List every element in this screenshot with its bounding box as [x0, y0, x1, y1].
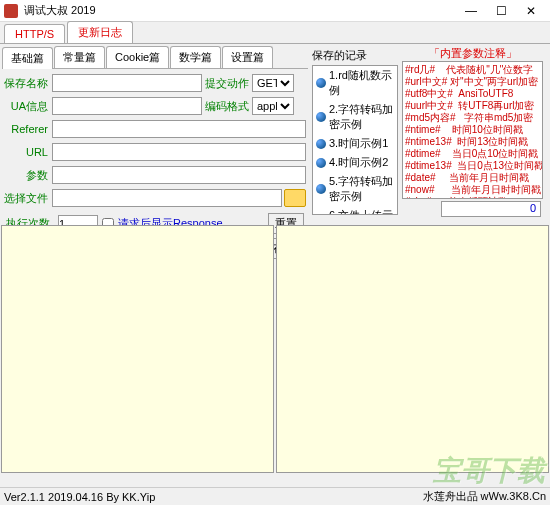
maximize-button[interactable]: ☐ — [486, 0, 516, 22]
submit-action-label: 提交动作 — [202, 76, 252, 91]
close-button[interactable]: ✕ — [516, 0, 546, 22]
referer-label: Referer — [4, 123, 52, 135]
tab-http[interactable]: HTTP/S — [4, 24, 65, 43]
save-name-label: 保存名称 — [4, 76, 52, 91]
select-file-label: 选择文件 — [4, 191, 52, 206]
browse-file-button[interactable] — [284, 189, 306, 207]
bullet-icon — [316, 184, 326, 194]
output-pane-left[interactable] — [1, 225, 274, 473]
bullet-icon — [316, 112, 326, 122]
saved-records-list[interactable]: 1.rd随机数示例 2.字符转码加密示例 3.时间示例1 4.时间示例2 5.字… — [312, 65, 398, 215]
tab-settings[interactable]: 设置篇 — [222, 46, 273, 68]
counter-value: 0 — [441, 201, 541, 217]
tab-const[interactable]: 常量篇 — [54, 46, 105, 68]
ua-input[interactable] — [52, 97, 202, 115]
file-path-input[interactable] — [52, 189, 282, 207]
params-label: 参数 — [4, 168, 52, 183]
bullet-icon — [316, 78, 326, 88]
save-name-input[interactable] — [52, 74, 202, 92]
encoding-label: 编码格式 — [202, 99, 252, 114]
params-panel-title: 「内置参数注释」 — [402, 46, 543, 61]
url-input[interactable] — [52, 143, 306, 161]
list-item[interactable]: 3.时间示例1 — [313, 134, 397, 153]
minimize-button[interactable]: — — [456, 0, 486, 22]
saved-records-title: 保存的记录 — [312, 48, 398, 63]
list-item[interactable]: 1.rd随机数示例 — [313, 66, 397, 100]
version-label: Ver2.1.1 2019.04.16 By KK.Yip — [4, 491, 155, 503]
list-item[interactable]: 4.时间示例2 — [313, 153, 397, 172]
submit-action-select[interactable]: GET — [252, 74, 294, 92]
tab-basic[interactable]: 基础篇 — [2, 47, 53, 69]
tab-math[interactable]: 数学篇 — [170, 46, 221, 68]
credits-label: 水莲舟出品 wWw.3K8.Cn — [423, 489, 546, 504]
list-item[interactable]: 2.字符转码加密示例 — [313, 100, 397, 134]
params-input[interactable] — [52, 166, 306, 184]
status-bar: Ver2.1.1 2019.04.16 By KK.Yip 水莲舟出品 wWw.… — [0, 487, 550, 505]
tab-changelog[interactable]: 更新日志 — [67, 21, 133, 43]
referer-input[interactable] — [52, 120, 306, 138]
titlebar: 调试大叔 2019 — ☐ ✕ — [0, 0, 550, 22]
app-icon — [4, 4, 18, 18]
output-pane-right[interactable] — [276, 225, 549, 473]
tab-cookie[interactable]: Cookie篇 — [106, 46, 169, 68]
encoding-select[interactable]: appli — [252, 97, 294, 115]
url-label: URL — [4, 146, 52, 158]
list-item[interactable]: 5.字符转码加密示例 — [313, 172, 397, 206]
ua-label: UA信息 — [4, 99, 52, 114]
params-help-box: #rd几# 代表随机"几"位数字 #url中文# 对"中文"两字url加密 #u… — [402, 61, 543, 199]
bullet-icon — [316, 158, 326, 168]
bullet-icon — [316, 139, 326, 149]
main-tabs: HTTP/S 更新日志 — [0, 22, 550, 44]
sub-tabs: 基础篇 常量篇 Cookie篇 数学篇 设置篇 — [2, 46, 308, 69]
list-item[interactable]: 6.文件上传示例 — [313, 206, 397, 215]
window-title: 调试大叔 2019 — [24, 3, 456, 18]
